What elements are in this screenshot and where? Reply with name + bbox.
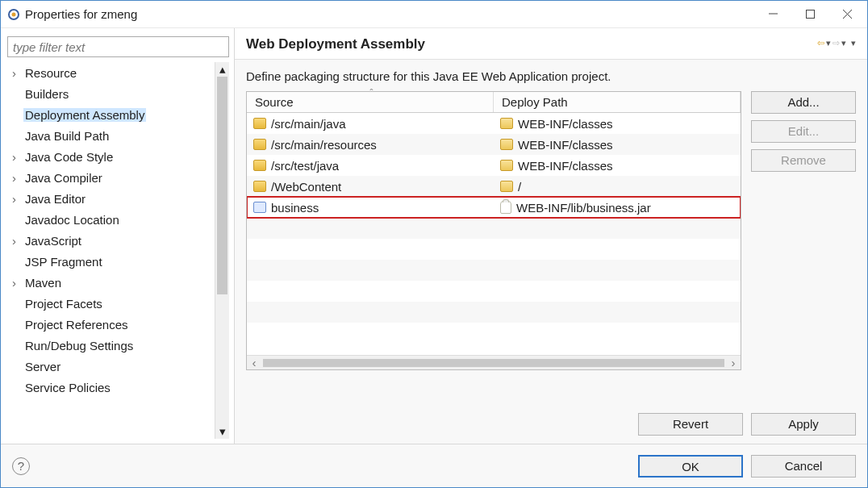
table-row (247, 218, 741, 239)
cell-source: /src/test/java (247, 159, 494, 173)
tree-label: Java Code Style (23, 150, 115, 164)
deploy-text: WEB-INF/classes (518, 138, 613, 152)
view-menu-icon[interactable]: ▾ (851, 38, 856, 48)
tree-label: Builders (23, 87, 70, 101)
tree-item-jsp-fragment[interactable]: JSP Fragment (7, 251, 215, 272)
cell-source: /src/main/java (247, 117, 494, 131)
expand-icon: › (12, 234, 23, 248)
assembly-table: Source Deploy Path /src/main/javaWEB-INF… (246, 91, 741, 370)
tree-item-run-debug-settings[interactable]: Run/Debug Settings (7, 335, 215, 356)
tree-item-java-code-style[interactable]: ›Java Code Style (7, 146, 215, 167)
properties-dialog: Properties for zmeng ›ResourceBuildersDe… (0, 0, 868, 488)
deploy-text: WEB-INF/classes (518, 159, 613, 173)
edit-button[interactable]: Edit... (751, 120, 856, 143)
tree-item-project-references[interactable]: Project References (7, 314, 215, 335)
tree-item-java-build-path[interactable]: Java Build Path (7, 125, 215, 146)
page-title: Web Deployment Assembly (246, 36, 817, 52)
table-row[interactable]: /src/main/javaWEB-INF/classes (247, 113, 741, 134)
tree-label: Java Compiler (23, 171, 104, 185)
scroll-left-icon[interactable]: ‹ (247, 356, 261, 369)
page-header: Web Deployment Assembly ⇦ ▾ ⇨ ▾ ▾ (235, 28, 867, 60)
sidebar: ›ResourceBuildersDeployment AssemblyJava… (1, 28, 235, 444)
remove-button[interactable]: Remove (751, 149, 856, 172)
tree-label: Resource (23, 66, 78, 80)
deploy-text: WEB-INF/lib/business.jar (516, 201, 651, 215)
tree-item-project-facets[interactable]: Project Facets (7, 293, 215, 314)
expand-icon: › (12, 150, 23, 164)
close-button[interactable] (828, 2, 866, 27)
cell-source: business (247, 201, 494, 215)
source-text: /src/main/resources (271, 138, 377, 152)
tree-item-server[interactable]: Server (7, 356, 215, 377)
folder-icon (253, 139, 266, 150)
cell-deploy: WEB-INF/classes (494, 159, 741, 173)
filter-input[interactable] (7, 36, 229, 57)
tree-scrollbar[interactable]: ▴ ▾ (215, 62, 229, 439)
expand-icon: › (12, 66, 23, 80)
apply-button[interactable]: Apply (751, 413, 856, 436)
forward-icon[interactable]: ⇨ (833, 38, 840, 48)
add-button[interactable]: Add... (751, 91, 856, 114)
expand-icon: › (12, 192, 23, 206)
folder-icon (253, 181, 266, 192)
maximize-button[interactable] (791, 2, 828, 27)
revert-button[interactable]: Revert (638, 413, 743, 436)
tree-item-java-compiler[interactable]: ›Java Compiler (7, 167, 215, 188)
footer: ? OK Cancel (1, 444, 867, 487)
table-row[interactable]: /src/test/javaWEB-INF/classes (247, 155, 741, 176)
folderout-icon (500, 118, 513, 129)
tree-item-builders[interactable]: Builders (7, 83, 215, 104)
proj-icon (253, 202, 266, 213)
cell-deploy: WEB-INF/classes (494, 138, 741, 152)
deploy-text: / (518, 180, 521, 194)
svg-rect-3 (806, 10, 814, 19)
help-icon[interactable]: ? (12, 457, 30, 475)
minimize-button[interactable] (754, 2, 791, 27)
tree-label: Run/Debug Settings (23, 339, 135, 352)
column-source[interactable]: Source (247, 92, 494, 112)
table-row (247, 323, 741, 344)
column-deploy[interactable]: Deploy Path (494, 92, 741, 112)
table-body: /src/main/javaWEB-INF/classes/src/main/r… (247, 113, 741, 355)
jar-icon (500, 201, 511, 214)
source-text: business (271, 201, 319, 215)
tree-label: Server (23, 360, 62, 373)
deploy-text: WEB-INF/classes (518, 117, 613, 131)
tree-item-resource[interactable]: ›Resource (7, 62, 215, 83)
tree-item-java-editor[interactable]: ›Java Editor (7, 188, 215, 209)
scroll-thumb[interactable] (217, 77, 227, 294)
tree-label: Project Facets (23, 297, 104, 311)
tree-item-deployment-assembly[interactable]: Deployment Assembly (7, 104, 215, 125)
source-text: /WebContent (271, 180, 341, 194)
category-tree[interactable]: ›ResourceBuildersDeployment AssemblyJava… (7, 62, 215, 439)
tree-item-maven[interactable]: ›Maven (7, 272, 215, 293)
cancel-button[interactable]: Cancel (751, 455, 856, 478)
table-row (247, 281, 741, 302)
tree-label: Maven (23, 276, 63, 290)
tree-label: Java Editor (23, 192, 87, 206)
table-row (247, 260, 741, 281)
tree-item-javascript[interactable]: ›JavaScript (7, 230, 215, 251)
source-text: /src/main/java (271, 117, 346, 131)
back-menu-icon[interactable]: ▾ (826, 38, 831, 48)
table-row (247, 239, 741, 260)
cell-deploy: WEB-INF/classes (494, 117, 741, 131)
tree-label: JavaScript (23, 234, 83, 248)
scroll-down-icon[interactable]: ▾ (215, 424, 229, 439)
tree-label: Deployment Assembly (23, 108, 146, 122)
page-description: Define packaging structure for this Java… (246, 69, 856, 83)
table-hscrollbar[interactable]: ‹ › (247, 355, 741, 369)
back-icon[interactable]: ⇦ (817, 38, 824, 48)
scroll-up-icon[interactable]: ▴ (215, 62, 229, 77)
ok-button[interactable]: OK (638, 455, 743, 478)
expand-icon: › (12, 276, 23, 290)
scroll-right-icon[interactable]: › (726, 356, 741, 369)
hscroll-thumb[interactable] (263, 359, 724, 367)
tree-item-javadoc-location[interactable]: Javadoc Location (7, 209, 215, 230)
forward-menu-icon[interactable]: ▾ (841, 38, 846, 48)
table-row[interactable]: /WebContent/ (247, 176, 741, 197)
tree-item-service-policies[interactable]: Service Policies (7, 377, 215, 398)
table-row[interactable]: /src/main/resourcesWEB-INF/classes (247, 134, 741, 155)
table-row[interactable]: businessWEB-INF/lib/business.jar (247, 197, 741, 218)
cell-deploy: WEB-INF/lib/business.jar (494, 201, 741, 215)
